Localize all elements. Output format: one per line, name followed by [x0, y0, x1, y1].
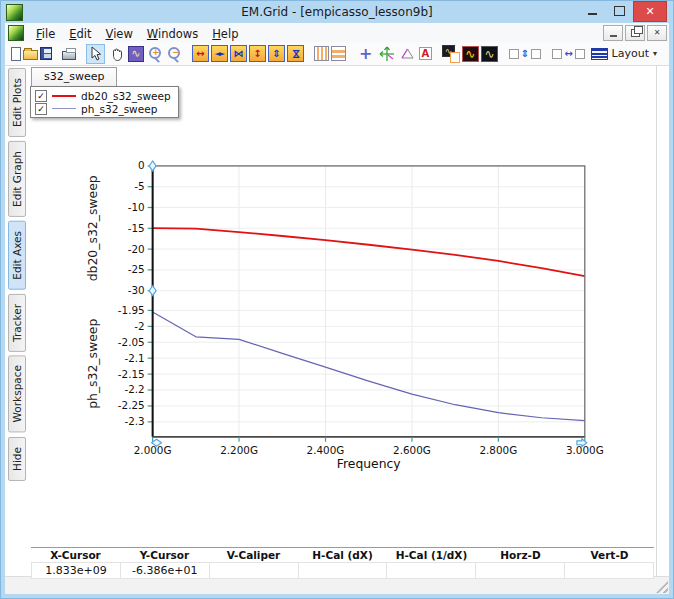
select-tool-button[interactable]: [86, 44, 105, 64]
maximize-icon[interactable]: [606, 1, 633, 20]
dark-plot-2-button[interactable]: ∿: [481, 46, 498, 62]
close-icon[interactable]: ✕: [633, 1, 667, 22]
split-x-axis-icon: ◄►: [215, 50, 225, 58]
y-tick-label: -25: [128, 263, 145, 275]
y-axis-handle-top[interactable]: [149, 161, 156, 171]
legend-checkbox[interactable]: ✓: [35, 103, 47, 115]
trace-view-button[interactable]: ∿: [128, 46, 144, 62]
y-tick-label: -2.05: [118, 336, 145, 348]
y-tick-label: -15: [128, 222, 145, 234]
open-file-button[interactable]: [23, 50, 37, 60]
collapse-x-axis-button[interactable]: ⋈: [230, 45, 247, 62]
tab-s32-sweep[interactable]: s32_sweep: [31, 67, 117, 86]
cursor-value-cell: [299, 562, 388, 579]
dark-plot-1-button[interactable]: ∿: [462, 46, 479, 62]
sidebar-tabstrip: Edit PlotsEdit GraphEdit AxesTrackerWork…: [5, 68, 29, 577]
main-area: Edit PlotsEdit GraphEdit AxesTrackerWork…: [5, 66, 669, 577]
axes-marker-button[interactable]: [377, 44, 396, 64]
window-title: EM.Grid - [empicasso_lesson9b]: [1, 5, 673, 19]
expand-x-axis-icon: ↔: [196, 49, 204, 59]
zoom-in-icon: +: [152, 48, 160, 57]
save-file-button[interactable]: [40, 47, 52, 60]
sidebar-tab-hide[interactable]: Hide: [8, 437, 26, 481]
legend-checkbox[interactable]: ✓: [35, 90, 47, 102]
triangle-marker-button[interactable]: [398, 44, 417, 64]
document-area: s32_sweep 0-5-10-15-20-25-30db20_s32_swe…: [29, 66, 657, 577]
crosshair-marker-button[interactable]: +: [356, 44, 375, 64]
zoom-out-button[interactable]: −: [165, 45, 182, 63]
menu-help[interactable]: Help: [205, 26, 245, 42]
new-file-button[interactable]: [11, 47, 21, 61]
x-tick-label: 3.000G: [566, 444, 604, 456]
split-x-axis-button[interactable]: ◄►: [211, 45, 228, 62]
legend-label: ph_s32_sweep: [81, 103, 157, 115]
sidebar-tab-workspace[interactable]: Workspace: [8, 355, 26, 432]
zoom-in-button[interactable]: +: [146, 45, 163, 63]
app-logo-icon: [6, 4, 23, 21]
y-tick-label: -20: [128, 243, 145, 255]
menu-items: FileEditViewWindowsHelp: [29, 23, 245, 42]
cursor-col-header: V-Caliper: [209, 548, 298, 562]
child-minimize-icon[interactable]: [603, 25, 623, 41]
dark-plot-2-icon: ∿: [484, 48, 494, 60]
cursor-col-header: Vert-D: [565, 548, 654, 562]
menu-windows[interactable]: Windows: [140, 26, 205, 42]
minimize-icon[interactable]: [579, 1, 606, 20]
cursor-value-cell: [565, 562, 654, 579]
text-label-icon: A: [421, 49, 429, 59]
stack-horizontal-icon: ↔: [564, 49, 572, 59]
cursor-value-cell: 1.833e+09: [31, 562, 121, 579]
y-tick-label: -1.95: [118, 304, 145, 316]
x-tick-label: 2.600G: [393, 444, 431, 456]
y-tick-label: -5: [134, 180, 144, 192]
collapse-y-axis-button[interactable]: ⋈: [287, 45, 304, 62]
cursor-col-header: Horz-D: [476, 548, 565, 562]
cursor-col-header: H-Cal (1/dX): [387, 548, 476, 562]
legend-line-sample: [52, 95, 76, 97]
sidebar-tab-tracker[interactable]: Tracker: [8, 294, 26, 352]
menu-bar: FileEditViewWindowsHelp ✕: [5, 23, 669, 43]
ph_s32_sweep-trace[interactable]: [153, 312, 585, 421]
y-axis-title: db20_s32_sweep: [85, 175, 100, 281]
y-axis-handle-middle[interactable]: [149, 286, 156, 296]
stack-vertical-button[interactable]: ⇕: [508, 45, 542, 63]
resize-grip-icon[interactable]: [656, 581, 668, 593]
print-button[interactable]: [62, 51, 76, 60]
layout-icon: [591, 48, 608, 60]
plot-border: [153, 166, 585, 437]
grid-horizontal-button[interactable]: [331, 46, 346, 61]
y-tick-label: -2.3: [124, 415, 144, 427]
y-tick-label: 0: [138, 159, 145, 171]
grid-vertical-button[interactable]: [314, 46, 329, 61]
text-label-button[interactable]: A: [419, 47, 432, 60]
sidebar-tab-edit-axes[interactable]: Edit Axes: [8, 221, 26, 290]
cursor-value-cell: [476, 562, 565, 579]
cursor-col-header: H-Cal (dX): [298, 548, 387, 562]
cursor-col-header: X-Cursor: [31, 548, 120, 562]
menu-view[interactable]: View: [99, 26, 140, 42]
layout-label: Layout: [612, 47, 649, 60]
expand-y-axis-button[interactable]: ↕: [249, 45, 266, 62]
expand-x-axis-button[interactable]: ↔: [192, 45, 209, 62]
crosshair-marker-icon: +: [359, 46, 372, 62]
copy-trace-button[interactable]: [442, 45, 460, 63]
split-y-axis-button[interactable]: ⇕: [268, 45, 285, 62]
cursor-table-values: 1.833e+09-6.386e+01: [31, 562, 654, 579]
layout-button[interactable]: Layout▾: [587, 45, 661, 62]
title-bar[interactable]: EM.Grid - [empicasso_lesson9b] ✕: [1, 1, 673, 23]
sidebar-tab-edit-plots[interactable]: Edit Plots: [8, 68, 26, 137]
pan-tool-button[interactable]: [107, 44, 126, 64]
sidebar-tab-edit-graph[interactable]: Edit Graph: [8, 141, 26, 217]
stack-horizontal-button[interactable]: ↔: [552, 45, 586, 63]
document-logo-icon: [8, 25, 24, 41]
menu-file[interactable]: File: [29, 26, 62, 42]
cursor-value-cell: -6.386e+01: [121, 562, 210, 579]
menu-edit[interactable]: Edit: [62, 26, 98, 42]
y-tick-label: -2.25: [118, 399, 145, 411]
graph-canvas[interactable]: 0-5-10-15-20-25-30db20_s32_sweep-1.95-2-…: [29, 66, 656, 577]
y-axis-title: ph_s32_sweep: [85, 319, 100, 409]
x-axis-title: Frequency: [337, 456, 401, 471]
child-restore-icon[interactable]: [625, 25, 645, 41]
db20_s32_sweep-trace[interactable]: [153, 228, 585, 276]
child-close-icon[interactable]: ✕: [647, 25, 667, 41]
